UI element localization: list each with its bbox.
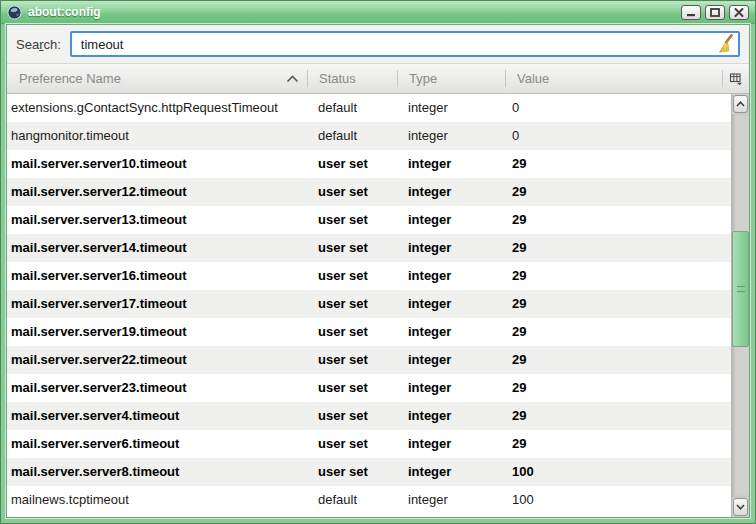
cell-type: integer bbox=[397, 346, 505, 374]
cell-preference-name: mail.server.server6.timeout bbox=[7, 430, 307, 458]
minimize-button[interactable] bbox=[681, 5, 701, 20]
scroll-up-button[interactable] bbox=[733, 95, 748, 113]
table-row[interactable]: mail.server.server23.timeoutuser setinte… bbox=[7, 374, 731, 402]
column-header-type[interactable]: Type bbox=[397, 70, 505, 87]
cell-type: integer bbox=[397, 150, 505, 178]
scrollbar-track[interactable] bbox=[732, 114, 749, 497]
cell-status: user set bbox=[307, 206, 397, 234]
cell-preference-name: extensions.gContactSync.httpRequestTimeo… bbox=[7, 94, 307, 122]
cell-type: integer bbox=[397, 430, 505, 458]
cell-preference-name: mail.server.server19.timeout bbox=[7, 318, 307, 346]
cell-preference-name: mail.server.server12.timeout bbox=[7, 178, 307, 206]
close-icon bbox=[734, 8, 744, 17]
cell-status: user set bbox=[307, 430, 397, 458]
cell-status: default bbox=[307, 122, 397, 150]
cell-status: user set bbox=[307, 290, 397, 318]
cell-value: 29 bbox=[505, 290, 731, 318]
cell-value: 29 bbox=[505, 318, 731, 346]
window-controls bbox=[681, 5, 749, 20]
search-bar: Search: bbox=[7, 25, 749, 63]
cell-type: integer bbox=[397, 178, 505, 206]
table-row[interactable]: mail.server.server14.timeoutuser setinte… bbox=[7, 234, 731, 262]
cell-status: default bbox=[307, 94, 397, 122]
minimize-icon bbox=[686, 8, 696, 17]
cell-type: integer bbox=[397, 290, 505, 318]
cell-value: 29 bbox=[505, 150, 731, 178]
cell-preference-name: mail.server.server16.timeout bbox=[7, 262, 307, 290]
scroll-down-icon bbox=[736, 504, 745, 510]
cell-value: 29 bbox=[505, 346, 731, 374]
cell-value: 29 bbox=[505, 206, 731, 234]
table-body: extensions.gContactSync.httpRequestTimeo… bbox=[7, 94, 749, 517]
search-input[interactable] bbox=[70, 31, 740, 57]
cell-value: 29 bbox=[505, 402, 731, 430]
table-row[interactable]: mail.server.server8.timeoutuser setinteg… bbox=[7, 458, 731, 486]
cell-type: integer bbox=[397, 486, 505, 514]
cell-type: integer bbox=[397, 374, 505, 402]
table-row[interactable]: mailnews.tcptimeoutdefaultinteger100 bbox=[7, 486, 731, 514]
table-row[interactable]: hangmonitor.timeoutdefaultinteger0 bbox=[7, 122, 731, 150]
column-header-preference-name[interactable]: Preference Name bbox=[7, 70, 307, 87]
column-picker-button[interactable] bbox=[722, 70, 749, 87]
maximize-icon bbox=[710, 8, 720, 17]
scroll-up-icon bbox=[736, 101, 745, 107]
table-row[interactable]: mail.server.server13.timeoutuser setinte… bbox=[7, 206, 731, 234]
table-row[interactable]: mail.server.server12.timeoutuser setinte… bbox=[7, 178, 731, 206]
cell-type: integer bbox=[397, 318, 505, 346]
table-header: Preference Name Status Type Value bbox=[7, 64, 749, 94]
cell-status: user set bbox=[307, 150, 397, 178]
cell-type: integer bbox=[397, 206, 505, 234]
table-row[interactable]: mail.server.server22.timeoutuser setinte… bbox=[7, 346, 731, 374]
cell-value: 0 bbox=[505, 122, 731, 150]
cell-preference-name: mail.server.server14.timeout bbox=[7, 234, 307, 262]
cell-status: user set bbox=[307, 178, 397, 206]
cell-type: integer bbox=[397, 122, 505, 150]
scroll-down-button[interactable] bbox=[733, 498, 748, 516]
cell-status: user set bbox=[307, 374, 397, 402]
cell-type: integer bbox=[397, 402, 505, 430]
titlebar[interactable]: about:config bbox=[1, 1, 755, 24]
cell-type: integer bbox=[397, 234, 505, 262]
column-header-status[interactable]: Status bbox=[307, 70, 397, 87]
table-rows: extensions.gContactSync.httpRequestTimeo… bbox=[7, 94, 731, 517]
cell-preference-name: mail.server.server10.timeout bbox=[7, 150, 307, 178]
cell-value: 29 bbox=[505, 374, 731, 402]
cell-type: integer bbox=[397, 458, 505, 486]
table-row[interactable]: mail.server.server17.timeoutuser setinte… bbox=[7, 290, 731, 318]
cell-preference-name: mail.server.server22.timeout bbox=[7, 346, 307, 374]
scrollbar-grip bbox=[737, 286, 745, 292]
cell-status: user set bbox=[307, 234, 397, 262]
table-row[interactable]: mail.server.server6.timeoutuser setinteg… bbox=[7, 430, 731, 458]
cell-value: 100 bbox=[505, 486, 731, 514]
cell-preference-name: mailnews.tcptimeout bbox=[7, 486, 307, 514]
table-row[interactable]: mail.server.server4.timeoutuser setinteg… bbox=[7, 402, 731, 430]
search-label: Search: bbox=[16, 37, 61, 52]
window-content: Search: Preference Name Status bbox=[6, 24, 750, 518]
vertical-scrollbar[interactable] bbox=[731, 94, 749, 517]
about-config-window: about:config Search: bbox=[0, 0, 756, 524]
cell-status: user set bbox=[307, 262, 397, 290]
table-row[interactable]: mail.server.server10.timeoutuser setinte… bbox=[7, 150, 731, 178]
cell-value: 29 bbox=[505, 430, 731, 458]
search-field-wrap bbox=[70, 31, 740, 57]
table-row[interactable]: mail.server.server16.timeoutuser setinte… bbox=[7, 262, 731, 290]
preferences-table: Preference Name Status Type Value extens… bbox=[7, 63, 749, 517]
cell-value: 29 bbox=[505, 178, 731, 206]
cell-value: 29 bbox=[505, 234, 731, 262]
sort-ascending-icon bbox=[286, 75, 299, 83]
cell-preference-name: mail.server.server8.timeout bbox=[7, 458, 307, 486]
column-header-label: Preference Name bbox=[19, 70, 121, 87]
column-picker-icon bbox=[729, 72, 743, 86]
table-row[interactable]: mail.server.server19.timeoutuser setinte… bbox=[7, 318, 731, 346]
cell-status: user set bbox=[307, 318, 397, 346]
column-header-value[interactable]: Value bbox=[505, 70, 722, 87]
scrollbar-thumb[interactable] bbox=[732, 231, 749, 347]
maximize-button[interactable] bbox=[705, 5, 725, 20]
cell-value: 0 bbox=[505, 94, 731, 122]
cell-status: default bbox=[307, 486, 397, 514]
cell-preference-name: mail.server.server17.timeout bbox=[7, 290, 307, 318]
table-row[interactable]: extensions.gContactSync.httpRequestTimeo… bbox=[7, 94, 731, 122]
close-button[interactable] bbox=[729, 5, 749, 20]
cell-value: 29 bbox=[505, 262, 731, 290]
clear-search-broom-icon[interactable] bbox=[715, 34, 735, 54]
